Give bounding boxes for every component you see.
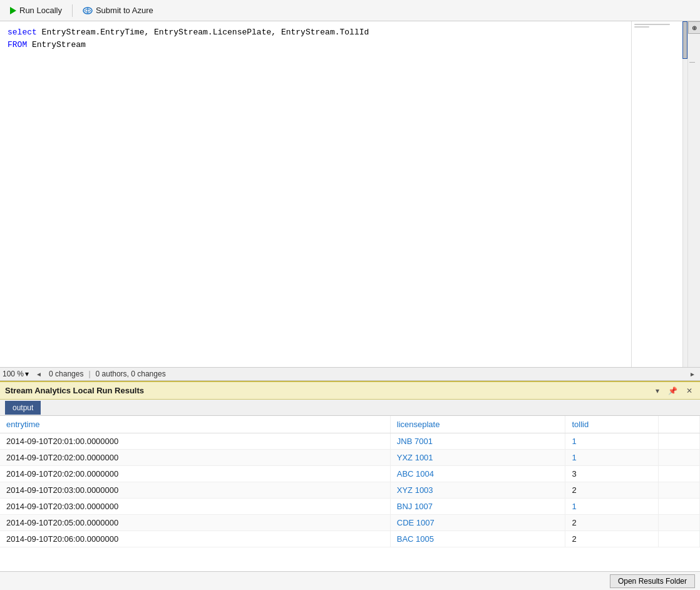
licenseplate-link[interactable]: BNJ 1007 bbox=[397, 502, 433, 511]
cell-licenseplate[interactable]: YXZ 1001 bbox=[390, 450, 565, 466]
cell-tollid: 3 bbox=[565, 466, 659, 482]
table-row: 2014-09-10T20:02:00.0000000YXZ 10011 bbox=[0, 450, 700, 466]
cell-entrytime: 2014-09-10T20:05:00.0000000 bbox=[0, 515, 390, 531]
status-divider: | bbox=[88, 370, 90, 378]
table-row: 2014-09-10T20:03:00.0000000BNJ 10071 bbox=[0, 499, 700, 515]
minimap-thumb[interactable] bbox=[682, 21, 687, 59]
results-title: Stream Analytics Local Run Results bbox=[5, 386, 653, 395]
cell-entrytime: 2014-09-10T20:03:00.0000000 bbox=[0, 482, 390, 499]
licenseplate-link[interactable]: ABC 1004 bbox=[397, 469, 434, 479]
results-pin-button[interactable]: 📌 bbox=[666, 385, 680, 396]
editor-main[interactable]: select EntryStream.EntryTime, EntryStrea… bbox=[0, 21, 631, 367]
cell-licenseplate[interactable]: BNJ 1007 bbox=[390, 499, 565, 515]
cell-tollid[interactable]: 1 bbox=[565, 433, 659, 450]
cell-entrytime: 2014-09-10T20:01:00.0000000 bbox=[0, 433, 390, 450]
minimap-scrollbar[interactable]: — bbox=[682, 21, 687, 367]
cell-tollid: 2 bbox=[565, 482, 659, 499]
table-row: 2014-09-10T20:06:00.0000000BAC 10052 bbox=[0, 531, 700, 547]
cell-licenseplate[interactable]: JNB 7001 bbox=[390, 433, 565, 450]
table-row: 2014-09-10T20:05:00.0000000CDE 10072 bbox=[0, 515, 700, 531]
nav-left-button[interactable]: ◄ bbox=[34, 369, 44, 379]
table-header-row: entrytime licenseplate tollid bbox=[0, 416, 700, 433]
toolbar: Run Locally Submit to Azure bbox=[0, 0, 700, 21]
table-row: 2014-09-10T20:02:00.0000000ABC 10043 bbox=[0, 466, 700, 482]
licenseplate-link[interactable]: CDE 1007 bbox=[397, 518, 435, 527]
cell-tollid[interactable]: 1 bbox=[565, 499, 659, 515]
results-header: Stream Analytics Local Run Results ▾ 📌 ✕ bbox=[0, 382, 700, 400]
cell-empty bbox=[659, 515, 700, 531]
table-row: 2014-09-10T20:01:00.0000000JNB 70011 bbox=[0, 433, 700, 450]
sql-line2-table: EntryStream bbox=[27, 40, 86, 49]
toolbar-separator bbox=[72, 4, 73, 17]
cell-tollid: 2 bbox=[565, 531, 659, 547]
minimap-line bbox=[634, 26, 649, 28]
editor-scrollbar[interactable]: ⊕ bbox=[687, 21, 700, 367]
minimap-line bbox=[634, 24, 670, 25]
sql-keyword-select: select bbox=[8, 28, 37, 37]
col-header-empty bbox=[659, 416, 700, 433]
cell-empty bbox=[659, 433, 700, 450]
footer-bar: Open Results Folder bbox=[0, 571, 700, 590]
sql-keyword-from: FROM bbox=[8, 40, 27, 49]
output-tab-bar: output bbox=[0, 400, 700, 416]
cell-entrytime: 2014-09-10T20:06:00.0000000 bbox=[0, 531, 390, 547]
run-locally-button[interactable]: Run Locally bbox=[5, 2, 67, 19]
scroll-right-button[interactable]: ► bbox=[687, 369, 697, 379]
submit-to-azure-label: Submit to Azure bbox=[96, 6, 153, 15]
results-table: entrytime licenseplate tollid 2014-09-10… bbox=[0, 416, 700, 547]
open-results-folder-button[interactable]: Open Results Folder bbox=[610, 574, 695, 588]
editor-container: select EntryStream.EntryTime, EntryStrea… bbox=[0, 21, 700, 367]
results-controls: ▾ 📌 ✕ bbox=[653, 385, 695, 396]
tab-output[interactable]: output bbox=[5, 401, 41, 415]
cell-licenseplate[interactable]: CDE 1007 bbox=[390, 515, 565, 531]
tollid-link[interactable]: 1 bbox=[572, 453, 576, 462]
cell-empty bbox=[659, 499, 700, 515]
changes-label: 0 changes bbox=[49, 370, 83, 378]
sql-line1-fields: EntryStream.EntryTime, EntryStream.Licen… bbox=[37, 28, 369, 37]
minimap-content bbox=[632, 21, 687, 367]
cell-entrytime: 2014-09-10T20:02:00.0000000 bbox=[0, 450, 390, 466]
table-row: 2014-09-10T20:03:00.0000000XYZ 10032 bbox=[0, 482, 700, 499]
zoom-value: 100 % bbox=[3, 370, 24, 378]
licenseplate-link[interactable]: XYZ 1003 bbox=[397, 485, 433, 495]
cell-licenseplate[interactable]: BAC 1005 bbox=[390, 531, 565, 547]
col-header-entrytime[interactable]: entrytime bbox=[0, 416, 390, 433]
results-close-button[interactable]: ✕ bbox=[684, 385, 695, 396]
results-table-container[interactable]: entrytime licenseplate tollid 2014-09-10… bbox=[0, 416, 700, 571]
cell-licenseplate[interactable]: ABC 1004 bbox=[390, 466, 565, 482]
cell-empty bbox=[659, 531, 700, 547]
editor-content[interactable]: select EntryStream.EntryTime, EntryStrea… bbox=[0, 21, 631, 56]
cell-entrytime: 2014-09-10T20:03:00.0000000 bbox=[0, 499, 390, 515]
cell-tollid: 2 bbox=[565, 515, 659, 531]
results-panel: Stream Analytics Local Run Results ▾ 📌 ✕… bbox=[0, 381, 700, 571]
cell-empty bbox=[659, 450, 700, 466]
cell-licenseplate[interactable]: XYZ 1003 bbox=[390, 482, 565, 499]
status-bar: 100 % ▾ ◄ 0 changes | 0 authors, 0 chang… bbox=[0, 367, 700, 381]
scrollbar-top-button[interactable]: ⊕ bbox=[688, 21, 701, 34]
cell-empty bbox=[659, 466, 700, 482]
results-dropdown-button[interactable]: ▾ bbox=[653, 385, 662, 396]
zoom-dropdown-button[interactable]: ▾ bbox=[25, 370, 29, 378]
licenseplate-link[interactable]: JNB 7001 bbox=[397, 437, 433, 446]
cell-tollid[interactable]: 1 bbox=[565, 450, 659, 466]
run-locally-label: Run Locally bbox=[19, 6, 62, 15]
submit-to-azure-button[interactable]: Submit to Azure bbox=[78, 2, 158, 19]
authors-label: 0 authors, 0 changes bbox=[96, 370, 166, 378]
licenseplate-link[interactable]: YXZ 1001 bbox=[397, 453, 433, 462]
minimap-panel: — bbox=[631, 21, 687, 367]
cell-empty bbox=[659, 482, 700, 499]
licenseplate-link[interactable]: BAC 1005 bbox=[397, 534, 434, 544]
tollid-link[interactable]: 1 bbox=[572, 502, 576, 511]
cell-entrytime: 2014-09-10T20:02:00.0000000 bbox=[0, 466, 390, 482]
minimap-dash: — bbox=[689, 59, 695, 65]
run-icon bbox=[10, 7, 16, 14]
status-zoom: 100 % ▾ bbox=[3, 370, 29, 378]
col-header-tollid[interactable]: tollid bbox=[565, 416, 659, 433]
tollid-link[interactable]: 1 bbox=[572, 437, 576, 446]
azure-icon bbox=[83, 6, 93, 16]
col-header-licenseplate[interactable]: licenseplate bbox=[390, 416, 565, 433]
